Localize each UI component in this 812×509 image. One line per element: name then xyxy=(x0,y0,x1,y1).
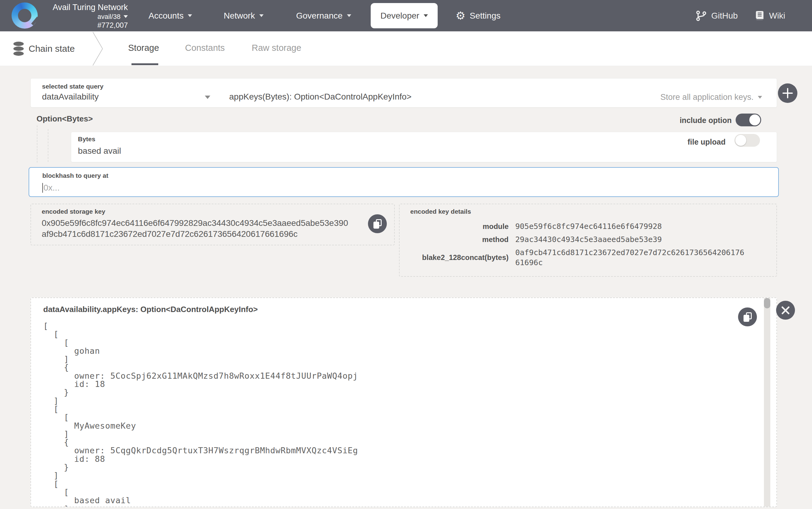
method-dropdown[interactable]: appKeys(Bytes): Option<DaControlAppKeyIn… xyxy=(229,92,412,102)
nav-accounts[interactable]: Accounts xyxy=(148,0,192,31)
chevron-down-icon xyxy=(424,14,428,17)
state-query-card: selected state query dataAvailability ap… xyxy=(30,78,777,107)
result-json-output: [ [ [ gohan ] { owner: 5CocSpj62xG11MAkQ… xyxy=(43,322,358,507)
copy-storage-key-button[interactable] xyxy=(368,214,387,233)
nav-settings[interactable]: ⚙ Settings xyxy=(456,0,500,31)
page-title: Chain state xyxy=(29,31,75,66)
blockhash-label: blockhash to query at xyxy=(42,172,108,179)
wiki-link[interactable]: Wiki xyxy=(754,0,785,31)
key-detail-row: method 29ac34430c4934c5e3aaeed5abe53e39 xyxy=(410,234,766,244)
add-query-button[interactable] xyxy=(778,83,798,103)
bytes-value-input[interactable]: based avail xyxy=(78,146,121,156)
result-title: dataAvailability.appKeys: Option<DaContr… xyxy=(43,305,258,314)
include-option-label: include option xyxy=(640,116,732,125)
tab-constants[interactable]: Constants xyxy=(185,31,225,64)
blockhash-input[interactable]: blockhash to query at 0x... xyxy=(29,167,779,197)
best-block-number: #772,007 xyxy=(43,21,128,30)
encoded-storage-key-value: 0x905e59f6c8fc974ec64116e6f647992829ac34… xyxy=(42,218,395,240)
nesting-guide xyxy=(48,129,48,162)
pallet-dropdown[interactable]: dataAvailability xyxy=(42,92,99,102)
chevron-down-icon xyxy=(259,14,263,17)
nav-network[interactable]: Network xyxy=(224,0,263,31)
method-description-dropdown[interactable]: Store all application keys. xyxy=(661,93,762,102)
gear-icon: ⚙ xyxy=(456,10,465,21)
database-icon xyxy=(12,41,25,56)
git-branch-icon xyxy=(696,10,707,22)
network-name: Avail Turing Network xyxy=(43,2,128,12)
text-cursor xyxy=(42,183,43,193)
copy-icon xyxy=(374,219,382,229)
tab-raw-storage[interactable]: Raw storage xyxy=(252,31,301,64)
nav-governance[interactable]: Governance xyxy=(296,0,351,31)
blockhash-placeholder: 0x... xyxy=(43,183,60,193)
results-scrollbar[interactable] xyxy=(764,298,770,507)
nesting-guide xyxy=(37,126,37,163)
param-type-label: Option<Bytes> xyxy=(37,114,93,124)
copy-result-button[interactable] xyxy=(738,307,757,326)
file-upload-toggle[interactable] xyxy=(734,134,760,147)
github-link[interactable]: GitHub xyxy=(696,0,738,31)
chevron-separator xyxy=(92,31,104,66)
key-detail-row: blake2_128concat(bytes) 0af9cb471c6d8171… xyxy=(410,247,766,268)
active-tab-underline xyxy=(132,63,158,65)
encoded-storage-key-box: encoded storage key 0x905e59f6c8fc974ec6… xyxy=(30,204,395,245)
param-name-label: Bytes xyxy=(78,135,95,143)
section-tab-bar: Chain state Storage Constants Raw storag… xyxy=(0,31,812,66)
close-result-button[interactable] xyxy=(776,301,795,320)
file-upload-label: file upload xyxy=(687,138,726,146)
chevron-down-icon xyxy=(758,96,762,99)
include-option-toggle[interactable] xyxy=(736,113,761,126)
chevron-down-icon xyxy=(123,15,128,18)
bytes-param-box: Bytes based avail file upload xyxy=(71,132,777,162)
query-label: selected state query xyxy=(42,83,104,90)
encoded-key-details-box: encoded key details module 905e59f6c8fc9… xyxy=(399,204,777,277)
chevron-down-icon xyxy=(188,14,192,17)
key-detail-row: module 905e59f6c8fc974ec64116e6f6479928 xyxy=(410,221,766,231)
chevron-down-icon xyxy=(347,14,351,17)
copy-icon xyxy=(744,312,752,322)
runtime-version: avail/38 xyxy=(97,12,120,21)
book-icon xyxy=(754,10,765,22)
nav-developer[interactable]: Developer xyxy=(371,3,438,28)
top-bar: Avail Turing Network avail/38 #772,007 A… xyxy=(0,0,812,31)
chevron-down-icon xyxy=(205,96,210,99)
avail-logo-icon xyxy=(11,2,38,29)
network-selector[interactable]: Avail Turing Network avail/38 #772,007 xyxy=(43,2,128,30)
query-results-card: dataAvailability.appKeys: Option<DaContr… xyxy=(30,298,777,507)
tab-storage[interactable]: Storage xyxy=(128,31,159,64)
scrollbar-thumb[interactable] xyxy=(764,298,770,308)
